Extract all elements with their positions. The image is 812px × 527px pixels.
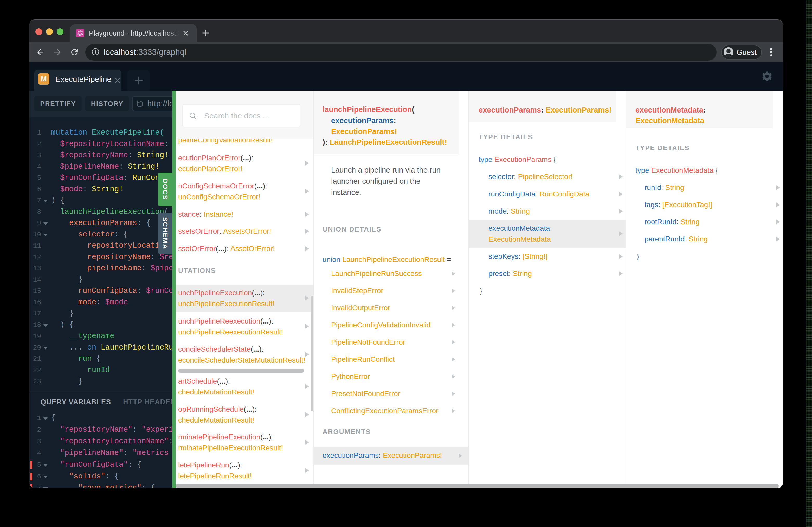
union-member-InvalidStepError[interactable]: InvalidStepError — [314, 285, 468, 296]
schema-side-tab[interactable]: SCHEMA — [158, 213, 172, 254]
editor-line[interactable]: 7 "save_metrics": { — [29, 483, 172, 488]
back-button[interactable] — [34, 42, 47, 62]
reload-button[interactable] — [68, 42, 81, 62]
editor-line[interactable]: 6 "solids": { — [29, 471, 172, 482]
profile-chip[interactable]: Guest — [721, 45, 762, 60]
session-close-icon[interactable] — [114, 76, 121, 84]
column-vertical-scrollbar[interactable] — [310, 296, 314, 411]
editor-line[interactable]: 3 $repositoryName: String! — [29, 150, 172, 161]
editor-line[interactable]: 10 selector: { — [29, 229, 172, 240]
editor-line[interactable]: 9 executionParams: { — [29, 217, 172, 229]
fold-arrow-icon[interactable] — [43, 199, 48, 202]
settings-gear-icon[interactable] — [761, 71, 773, 82]
union-member-PipelineConfigValidationInvalid[interactable]: PipelineConfigValidationInvalid — [314, 320, 468, 331]
type-field-row[interactable]: executionMetadata:ExecutionMetadata — [469, 220, 625, 247]
docs-item-assetsOrError[interactable]: ssetsOrError: AssetsOrError! — [176, 223, 314, 240]
fold-arrow-icon[interactable] — [43, 347, 48, 349]
union-member-ConflictingExecutionParamsError[interactable]: ConflictingExecutionParamsError — [314, 405, 468, 416]
fold-arrow-icon[interactable] — [43, 324, 48, 327]
editor-line[interactable]: 19 __typename — [29, 331, 172, 342]
editor-line[interactable]: 2 $repositoryLocationName: — [29, 138, 172, 150]
browser-tab[interactable]: Playground - http://localhost:3 — [70, 25, 197, 42]
type-field-row[interactable]: runConfigData: RunConfigData — [469, 186, 625, 202]
editor-line[interactable]: 14 } — [29, 274, 172, 286]
union-member-LaunchPipelineRunSuccess[interactable]: LaunchPipelineRunSuccess — [314, 268, 468, 279]
prettify-button[interactable]: PRETTIFY — [34, 96, 82, 111]
type-field-row[interactable]: runId: String — [626, 179, 783, 196]
tab-query-variables[interactable]: QUERY VARIABLES — [41, 392, 111, 411]
fold-arrow-icon[interactable] — [43, 222, 48, 225]
docs-search-input[interactable]: Search the docs ... — [182, 104, 300, 127]
docs-horizontal-scrollbar[interactable] — [176, 484, 779, 488]
tab-close-icon[interactable] — [182, 30, 189, 37]
editor-line[interactable]: 1{ — [29, 412, 172, 424]
editor-line[interactable]: 12 repositoryName: $repositoryName — [29, 252, 172, 263]
docs-item-startSchedule[interactable]: artSchedule(...):cheduleMutationResult! — [176, 373, 314, 401]
docs-item-runConfigSchemaOrError[interactable]: nConfigSchemaOrError(...):unConfigSchema… — [176, 178, 314, 205]
union-member-PythonError[interactable]: PythonError — [314, 371, 468, 382]
new-tab-button[interactable] — [200, 27, 212, 39]
editor-line[interactable]: 16 mode: $mode — [29, 297, 172, 308]
new-session-button[interactable] — [128, 70, 149, 91]
editor-line[interactable]: 22 runId — [29, 365, 172, 376]
type-field-row[interactable]: parentRunId: String — [626, 231, 783, 247]
editor-line[interactable]: 13 pipelineName: $pipelineName — [29, 263, 172, 274]
editor-line[interactable]: 7) { — [29, 195, 172, 206]
docs-item-reconcileSchedulerState[interactable]: concileSchedulerState(...):econcileSched… — [176, 341, 314, 368]
address-bar[interactable]: localhost:3333/graphql — [85, 44, 716, 61]
union-member-PresetNotFoundError[interactable]: PresetNotFoundError — [314, 388, 468, 399]
editor-line[interactable]: 1mutation ExecutePipeline( — [29, 127, 172, 138]
editor-line[interactable]: 20 ... on LaunchPipelineRunSuccess { — [29, 342, 172, 353]
variables-code-area[interactable]: 1{2 "repositoryName": "experi3 "reposito… — [29, 410, 172, 488]
session-tab[interactable]: M ExecutePipeline — [34, 70, 121, 91]
endpoint-input[interactable]: http://loc — [132, 96, 172, 111]
editor-line[interactable]: 6 $mode: String! — [29, 184, 172, 195]
tab-http-headers[interactable]: HTTP HEADERS — [123, 392, 172, 411]
union-member-PipelineNotFoundError[interactable]: PipelineNotFoundError — [314, 337, 468, 348]
docs-item-deletePipelineRun[interactable]: letePipelineRun(...):letePipelineRunResu… — [176, 457, 314, 484]
type-field-row[interactable]: tags: [ExecutionTag!] — [626, 196, 783, 213]
fold-arrow-icon[interactable] — [43, 417, 48, 420]
docs-item-executionPlanOrError[interactable]: ecutionPlanOrError(...):ecutionPlanOrErr… — [176, 150, 314, 177]
fold-arrow-icon[interactable] — [43, 234, 48, 237]
editor-line[interactable]: 11 repositoryLocationName: $repositoryLo… — [29, 240, 172, 252]
editor-line[interactable]: 8 launchPipelineExecution( — [29, 206, 172, 218]
traffic-light-minimize-icon[interactable] — [46, 28, 53, 35]
fold-arrow-icon[interactable] — [43, 476, 48, 478]
docs-resize-handle[interactable] — [172, 91, 176, 488]
editor-line[interactable]: 15 runConfigData: $runConfigData — [29, 285, 172, 297]
docs-item-terminatePipelineExecution[interactable]: rminatePipelineExecution(...):rminatePip… — [176, 429, 314, 456]
history-button[interactable]: HISTORY — [85, 96, 129, 111]
fold-arrow-icon[interactable] — [43, 464, 48, 467]
type-field-row[interactable]: preset: String — [469, 265, 625, 282]
editor-line[interactable]: 4 $pipelineName: String! — [29, 161, 172, 172]
editor-line[interactable]: 17 } — [29, 308, 172, 319]
docs-item-instance[interactable]: stance: Instance! — [176, 206, 314, 223]
union-member-InvalidOutputError[interactable]: InvalidOutputError — [314, 302, 468, 313]
type-field-row[interactable]: selector: PipelineSelector! — [469, 168, 625, 185]
editor-line[interactable]: 2 "repositoryName": "experi — [29, 424, 172, 436]
type-field-row[interactable]: rootRunId: String — [626, 214, 783, 230]
type-field-row[interactable]: stepKeys: [String!] — [469, 248, 625, 265]
editor-line[interactable]: 4 "pipelineName": "metrics — [29, 448, 172, 459]
docs-item-launchPipelineExecution[interactable]: unchPipelineExecution(...):unchPipelineE… — [176, 285, 314, 312]
site-info-icon[interactable] — [91, 48, 99, 57]
traffic-light-close-icon[interactable] — [35, 28, 42, 35]
argument-row-executionParams[interactable]: executionParams: ExecutionParams! — [314, 447, 468, 465]
docs-item-stopRunningSchedule[interactable]: opRunningSchedule(...):cheduleMutationRe… — [176, 401, 314, 428]
editor-line[interactable]: 5 $runConfigData: RunConfigData — [29, 172, 172, 184]
type-field-row[interactable]: mode: String — [469, 203, 625, 220]
traffic-light-zoom-icon[interactable] — [57, 28, 63, 35]
editor-line[interactable]: 5 "runConfigData": { — [29, 459, 172, 471]
docs-item-assetOrError[interactable]: ssetOrError(...): AssetOrError! — [176, 240, 314, 257]
fold-arrow-icon[interactable] — [43, 487, 48, 488]
editor-line[interactable]: 18 ) { — [29, 319, 172, 331]
forward-button[interactable] — [51, 42, 64, 62]
editor-line[interactable]: 23 } — [29, 376, 172, 387]
docs-item-launchPipelineReexecution[interactable]: unchPipelineReexecution(...):unchPipelin… — [176, 313, 314, 341]
editor-line[interactable]: 21 run { — [29, 353, 172, 365]
browser-menu-icon[interactable] — [768, 46, 774, 59]
union-member-PipelineRunConflict[interactable]: PipelineRunConflict — [314, 354, 468, 365]
column-horizontal-scrollbar[interactable] — [178, 369, 304, 373]
docs-side-tab[interactable]: DOCS — [158, 172, 172, 206]
